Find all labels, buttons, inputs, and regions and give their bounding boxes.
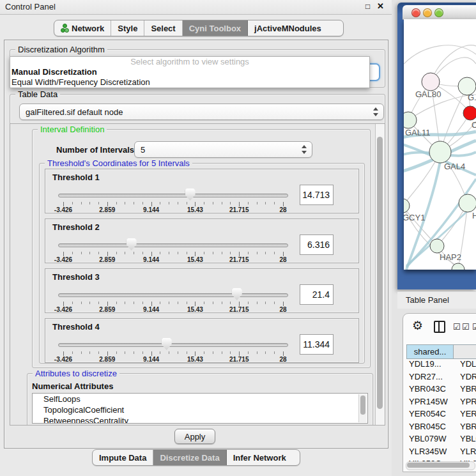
split-columns-icon[interactable]	[434, 321, 445, 333]
apply-button[interactable]: Apply	[174, 429, 215, 444]
checkbox-icon[interactable]: ☑	[472, 322, 476, 332]
numerical-attributes-list[interactable]: SelfLoopsTopologicalCoefficientBetweenne…	[32, 393, 368, 424]
threshold-slider[interactable]: -3.4262.8599.14415.4321.71528	[58, 236, 288, 261]
table-toolbar: ⚙ ☑ ☑ ☑	[403, 314, 476, 341]
table-row[interactable]: YBL079WYBL0	[403, 434, 476, 447]
settings-vertical-scrollbar[interactable]	[375, 124, 385, 425]
threshold-panel: Threshold 2 -3.4262.8599.14415.4321.7152…	[45, 219, 359, 263]
network-node[interactable]	[404, 112, 417, 128]
tab-label: Cyni Toolbox	[189, 24, 241, 33]
cell-name[interactable]: YBR0	[456, 384, 476, 397]
cell-name[interactable]: YBR0	[456, 422, 476, 434]
cyni-toolbox-pane: Discretization Algorithm Select algorith…	[4, 40, 388, 449]
slider-handle[interactable]	[162, 338, 172, 350]
tab-label: Impute Data	[99, 453, 146, 463]
network-edge[interactable]	[404, 45, 476, 64]
network-node-label: GAL4	[444, 162, 465, 171]
network-node[interactable]	[404, 199, 410, 213]
checkbox-icon[interactable]: ☑	[453, 322, 461, 332]
slider-handle[interactable]	[232, 288, 242, 300]
checkbox-icon[interactable]: ☑	[462, 322, 470, 332]
cell-shared-name[interactable]: YER054C	[403, 409, 456, 422]
threshold-value-field[interactable]: 14.713	[300, 185, 334, 205]
cell-shared-name[interactable]: YBR045C	[403, 422, 456, 434]
table-data-group-title: Table Data	[15, 89, 60, 99]
cell-shared-name[interactable]: YPR145W	[403, 397, 456, 410]
cell-shared-name[interactable]: YLR345W	[403, 447, 456, 459]
table-panel-title: Table Panel	[406, 295, 449, 305]
network-canvas[interactable]: GAL80G.CGAL11GAL4GCY1HHAP2	[404, 19, 476, 270]
table-row[interactable]: YLR345WYLR3	[403, 447, 476, 459]
close-traffic-light[interactable]	[411, 8, 420, 17]
number-of-intervals-combobox[interactable]: 5	[134, 141, 312, 158]
table-row[interactable]: YDL19...YDL1	[403, 359, 476, 372]
tab-impute-data[interactable]: Impute Data	[93, 450, 153, 465]
threshold-slider[interactable]: -3.4262.8599.14415.4321.71528	[58, 186, 288, 211]
table-row[interactable]: YDR27...YDR2	[403, 372, 476, 385]
thresholds-group: Threshold's Coordinates for 5 Intervals …	[39, 163, 365, 364]
attributes-scrollbar[interactable]	[358, 394, 367, 422]
dropdown-option-equal-width[interactable]: Equal Width/Frequency Discretization	[10, 77, 369, 88]
list-item[interactable]: BetweennessCentrality	[33, 415, 367, 424]
slider-handle[interactable]	[127, 238, 137, 250]
cell-name[interactable]: YLR3	[456, 447, 476, 459]
threshold-value-field[interactable]: 21.4	[300, 284, 334, 305]
tab-network[interactable]: Network	[54, 20, 111, 36]
network-node-label: G.	[468, 93, 476, 102]
column-header-shared[interactable]: shared...	[406, 344, 454, 359]
tab-style[interactable]: Style	[111, 20, 144, 36]
network-node[interactable]	[429, 141, 451, 163]
minimize-traffic-light[interactable]	[423, 8, 432, 17]
tab-label: Network	[72, 24, 104, 33]
table-horizontal-scrollbar[interactable]	[406, 461, 475, 470]
dropdown-option-manual[interactable]: Manual Discretization	[10, 67, 369, 77]
table-data-combobox[interactable]: galFiltered.sif default node	[19, 104, 384, 120]
scrollbar-thumb[interactable]	[377, 137, 383, 409]
cell-name[interactable]: YER0	[456, 409, 476, 422]
cell-shared-name[interactable]: YBR043C	[403, 384, 456, 397]
tab-infer-network[interactable]: Infer Network	[227, 450, 293, 465]
threshold-slider[interactable]: -3.4262.8599.14415.4321.71528	[58, 335, 288, 361]
slider-tick-labels: -3.4262.8599.14415.4321.71528	[63, 206, 283, 213]
zoom-traffic-light[interactable]	[434, 8, 443, 17]
network-edge[interactable]	[404, 206, 437, 246]
cell-shared-name[interactable]: YDL19...	[403, 359, 456, 372]
dropdown-hint: Select algorithm to view settings	[10, 57, 369, 67]
network-window-titlebar[interactable]	[403, 5, 476, 20]
cell-shared-name[interactable]: YBL079W	[403, 434, 456, 447]
tab-select[interactable]: Select	[144, 20, 182, 36]
scrollbar-thumb[interactable]	[407, 463, 470, 468]
control-panel: Control Panel □ ✕ Network Style Select C…	[0, 0, 392, 476]
scrollbar-thumb[interactable]	[360, 395, 365, 415]
table-row[interactable]: YBR045CYBR0	[403, 422, 476, 434]
list-item[interactable]: SelfLoops	[33, 394, 367, 404]
algorithm-group-title: Discretization Algorithm	[15, 45, 107, 54]
network-node[interactable]	[422, 73, 440, 91]
network-node[interactable]	[430, 239, 444, 253]
table-header-row: shared... na	[403, 344, 476, 359]
float-window-icon[interactable]: □	[365, 2, 370, 11]
table-row[interactable]: YER054CYER0	[403, 409, 476, 422]
network-node[interactable]	[459, 194, 476, 212]
tab-discretize-data[interactable]: Discretize Data	[153, 450, 226, 465]
cell-name[interactable]: YPR1	[456, 397, 476, 410]
interval-definition-group: Interval Definition Number of Intervals …	[32, 129, 371, 368]
tab-jactivemnodules[interactable]: jActiveMNodules	[248, 20, 328, 36]
cell-name[interactable]: YBL0	[456, 434, 476, 447]
threshold-value-field[interactable]: 11.344	[300, 334, 334, 355]
cell-name[interactable]: YDR2	[456, 372, 476, 385]
close-icon[interactable]: ✕	[377, 1, 384, 11]
list-item[interactable]: TopologicalCoefficient	[33, 404, 367, 415]
network-node[interactable]	[463, 106, 476, 120]
cell-name[interactable]: YDL1	[456, 359, 476, 372]
gear-icon[interactable]: ⚙	[412, 319, 423, 332]
tab-cyni-toolbox[interactable]: Cyni Toolbox	[183, 20, 248, 36]
threshold-value-field[interactable]: 6.316	[300, 234, 334, 255]
table-rows: YDL19...YDL1YDR27...YDR2YBR043CYBR0YPR14…	[403, 359, 476, 461]
table-row[interactable]: YPR145WYPR1	[403, 397, 476, 410]
slider-handle[interactable]	[185, 188, 196, 201]
column-header-name[interactable]: na	[453, 344, 476, 359]
cell-shared-name[interactable]: YDR27...	[403, 372, 456, 385]
table-row[interactable]: YBR043CYBR0	[403, 384, 476, 397]
threshold-slider[interactable]: -3.4262.8599.14415.4321.71528	[58, 286, 288, 311]
